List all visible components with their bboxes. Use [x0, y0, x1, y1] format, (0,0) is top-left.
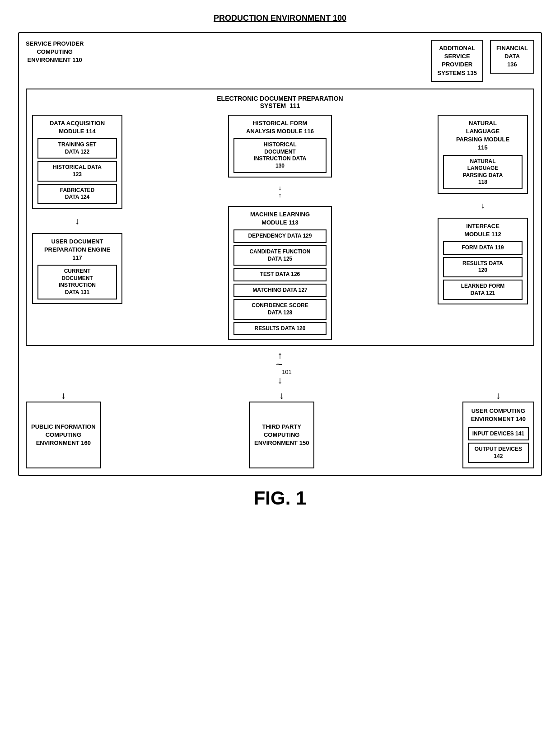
interface-module: INTERFACEMODULE 112 FORM DATA 119 RESULT…: [438, 218, 528, 304]
historical-form-module: HISTORICAL FORMANALYSIS MODULE 116 HISTO…: [228, 115, 332, 178]
learned-form-data: LEARNED FORMDATA 121: [443, 280, 523, 300]
historical-form-title: HISTORICAL FORMANALYSIS MODULE 116: [233, 119, 327, 136]
edps-label: ELECTRONIC DOCUMENT PREPARATIONSYSTEM 11…: [32, 95, 528, 109]
machine-learning-title: MACHINE LEARNINGMODULE 113: [233, 210, 327, 227]
confidence-score-data: CONFIDENCE SCOREDATA 128: [233, 299, 327, 319]
financial-data-box: FINANCIALDATA136: [490, 40, 534, 74]
machine-learning-module: MACHINE LEARNINGMODULE 113 DEPENDENCY DA…: [228, 206, 332, 340]
test-data: TEST DATA 126: [233, 268, 327, 281]
training-set-data: TRAINING SETDATA 122: [37, 138, 117, 159]
nlp-data: NATURALLANGUAGEPARSING DATA118: [443, 155, 523, 189]
user-computing-env-box: USER COMPUTINGENVIRONMENT 140 INPUT DEVI…: [462, 402, 534, 468]
additional-service-box: ADDITIONALSERVICEPROVIDERSYSTEMS 135: [431, 40, 483, 82]
main-down-arrow: ↑ ~ 101 ↓: [26, 351, 534, 385]
nlp-title: NATURALLANGUAGEPARSING MODULE115: [443, 119, 523, 152]
fig-label: FIG. 1: [18, 487, 542, 509]
current-doc-instruction-data: CURRENTDOCUMENTINSTRUCTIONDATA 131: [37, 265, 117, 299]
candidate-function-data: CANDIDATE FUNCTIONDATA 125: [233, 245, 327, 266]
service-provider-label: SERVICE PROVIDERCOMPUTINGENVIRONMENT 110: [26, 40, 84, 65]
page-title: PRODUCTION ENVIRONMENT 100: [18, 14, 542, 23]
production-environment-box: SERVICE PROVIDERCOMPUTINGENVIRONMENT 110…: [18, 32, 542, 476]
nlp-module: NATURALLANGUAGEPARSING MODULE115 NATURAL…: [438, 115, 528, 194]
user-doc-prep-module: USER DOCUMENTPREPARATION ENGINE117 CURRE…: [32, 233, 122, 304]
interface-title: INTERFACEMODULE 112: [443, 222, 523, 238]
historical-doc-instruction-data: HISTORICALDOCUMENTINSTRUCTION DATA130: [233, 138, 327, 173]
results-data-interface: RESULTS DATA120: [443, 257, 523, 277]
bidirectional-arrow: ↓ ↑: [228, 184, 332, 200]
arrow-to-public: ↓: [61, 390, 66, 402]
results-data-ml: RESULTS DATA 120: [233, 322, 327, 336]
input-devices: INPUT DEVICES 141: [468, 427, 529, 441]
data-acquisition-title: DATA ACQUISITIONMODULE 114: [37, 119, 117, 136]
arrow-to-user-env: ↓: [496, 390, 501, 402]
edps-box: ELECTRONIC DOCUMENT PREPARATIONSYSTEM 11…: [26, 89, 534, 346]
arrow-right-down: ↓: [438, 201, 528, 210]
data-acquisition-module: DATA ACQUISITIONMODULE 114 TRAINING SETD…: [32, 115, 122, 209]
fabricated-data: FABRICATEDDATA 124: [37, 184, 117, 204]
third-party-env-box: THIRD PARTYCOMPUTINGENVIRONMENT 150: [249, 402, 314, 468]
arrow-left-down: ↓: [32, 216, 122, 225]
historical-data: HISTORICAL DATA123: [37, 161, 117, 181]
public-info-env-box: PUBLIC INFORMATIONCOMPUTINGENVIRONMENT 1…: [26, 402, 101, 468]
form-data: FORM DATA 119: [443, 241, 523, 255]
user-doc-prep-title: USER DOCUMENTPREPARATION ENGINE117: [37, 238, 117, 262]
output-devices: OUTPUT DEVICES142: [468, 443, 529, 463]
arrow-to-third-party: ↓: [279, 390, 284, 402]
matching-data: MATCHING DATA 127: [233, 284, 327, 297]
dependency-data: DEPENDENCY DATA 129: [233, 229, 327, 243]
